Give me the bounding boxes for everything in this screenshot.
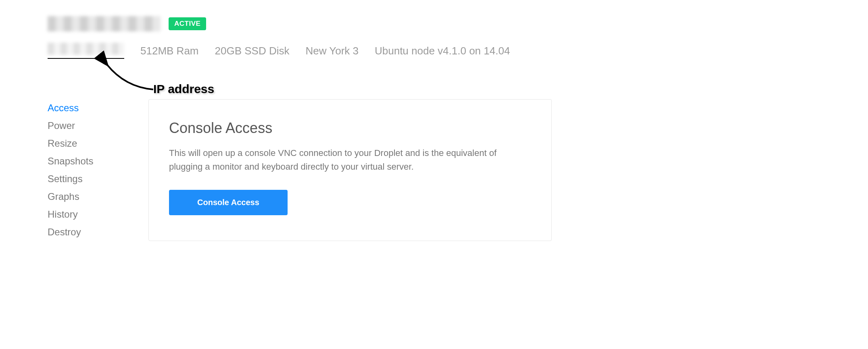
sidebar-item-settings[interactable]: Settings <box>48 170 148 188</box>
annotation-arrow-wrap: IP address <box>93 63 230 99</box>
console-access-button[interactable]: Console Access <box>169 190 288 215</box>
sidebar-item-access[interactable]: Access <box>48 99 148 117</box>
panel-description: This will open up a console VNC connecti… <box>169 146 531 174</box>
sidebar-item-resize[interactable]: Resize <box>48 135 148 152</box>
sidebar-item-snapshots[interactable]: Snapshots <box>48 152 148 170</box>
header-row: ACTIVE <box>24 16 844 31</box>
ip-address-redacted <box>48 43 124 59</box>
sidebar-item-destroy[interactable]: Destroy <box>48 223 148 241</box>
main-area: Access Power Resize Snapshots Settings G… <box>24 99 844 241</box>
stat-image: Ubuntu node v4.1.0 on 14.04 <box>375 45 510 57</box>
stats-row: 512MB Ram 20GB SSD Disk New York 3 Ubunt… <box>24 43 844 59</box>
annotation-label: IP address <box>153 82 214 96</box>
panel-title: Console Access <box>169 120 531 137</box>
stat-region: New York 3 <box>305 45 359 57</box>
sidebar-item-history[interactable]: History <box>48 206 148 223</box>
stat-disk: 20GB SSD Disk <box>215 45 290 57</box>
sidebar-item-power[interactable]: Power <box>48 117 148 135</box>
sidebar: Access Power Resize Snapshots Settings G… <box>48 99 148 241</box>
status-badge: ACTIVE <box>169 17 206 30</box>
stat-ram: 512MB Ram <box>140 45 199 57</box>
sidebar-item-graphs[interactable]: Graphs <box>48 188 148 206</box>
content-panel: Console Access This will open up a conso… <box>148 99 552 241</box>
droplet-name-redacted <box>48 16 161 31</box>
